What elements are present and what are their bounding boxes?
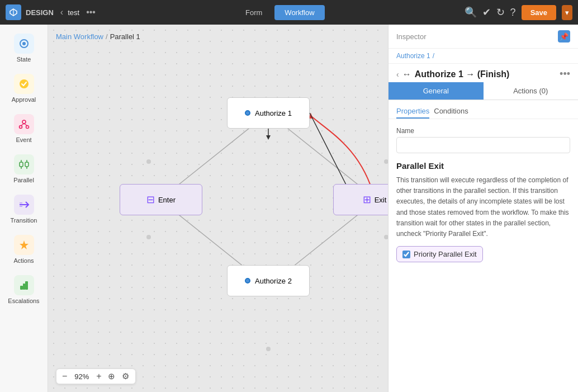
svg-rect-10 — [20, 162, 23, 167]
view-switcher: Form Workflow — [100, 5, 460, 20]
help-icon[interactable]: ? — [510, 7, 516, 18]
save-button[interactable]: Save — [522, 5, 556, 20]
parallel-icon-bg — [14, 154, 34, 174]
state-icon-bg — [14, 34, 34, 54]
transition-nav-icon: ↔ — [402, 69, 411, 79]
section-description: This transition will execute regardless … — [396, 175, 570, 239]
tab-general[interactable]: General — [389, 82, 484, 100]
zoom-value: 92% — [72, 372, 92, 381]
transition-label: Transition — [11, 217, 37, 224]
project-menu-icon[interactable]: ••• — [86, 7, 96, 17]
svg-line-8 — [21, 124, 24, 126]
nav-back-arrow[interactable]: ‹ — [396, 70, 399, 79]
enter-node-label: Enter — [158, 196, 176, 204]
svg-point-3 — [22, 42, 26, 45]
inspector-nav: ‹ ↔ Authorize 1 → (Finish) ••• — [389, 64, 578, 82]
auth2-dot — [245, 278, 250, 284]
sidebar-item-transition[interactable]: Transition — [2, 190, 46, 228]
svg-line-27 — [310, 113, 347, 187]
zoom-out-button[interactable]: − — [61, 371, 68, 381]
svg-point-33 — [146, 235, 151, 239]
zoom-bar: − 92% + ⊕ ⚙ — [56, 369, 136, 384]
approval-icon-bg — [14, 74, 34, 94]
workflow-canvas[interactable]: Main Workflow / Parallel 1 — [48, 25, 388, 392]
brand-label: DESIGN — [26, 8, 54, 17]
workflow-tab[interactable]: Workflow — [274, 5, 324, 20]
tab-actions[interactable]: Actions (0) — [484, 82, 579, 100]
auth1-label: Authorize 1 — [255, 109, 292, 117]
inspector-breadcrumb: Authorize 1 / — [389, 49, 578, 64]
exit-node-label: Exit — [375, 196, 387, 204]
search-icon[interactable]: 🔍 — [465, 6, 477, 18]
inspector-breadcrumb-link[interactable]: Authorize 1 — [396, 52, 430, 60]
escalations-icon-bg — [14, 275, 34, 295]
enter-node[interactable]: ⊟ Enter — [120, 184, 202, 215]
inspector-header: Inspector 📌 — [389, 25, 578, 49]
name-field-label: Name — [396, 127, 570, 135]
left-sidebar: State Approval Event Parallel — [0, 25, 48, 392]
sidebar-item-actions[interactable]: Actions — [2, 230, 46, 268]
svg-point-35 — [384, 159, 388, 164]
auth2-label: Authorize 2 — [255, 277, 292, 285]
inspector-menu-icon[interactable]: ••• — [560, 68, 570, 80]
breadcrumb-parent[interactable]: Main Workflow — [56, 32, 103, 41]
subtab-conditions[interactable]: Conditions — [434, 105, 468, 119]
inspector-subtabs: Properties Conditions — [389, 100, 578, 119]
event-label: Event — [16, 136, 31, 143]
sidebar-item-parallel[interactable]: Parallel — [2, 150, 46, 188]
zoom-settings-button[interactable]: ⚙ — [120, 371, 131, 381]
breadcrumb-separator: / — [106, 32, 108, 41]
name-field-input[interactable] — [396, 137, 570, 153]
save-dropdown-button[interactable]: ▾ — [562, 5, 572, 20]
sidebar-item-state[interactable]: State — [2, 29, 46, 67]
check-icon[interactable]: ✔ — [482, 6, 491, 18]
approval-label: Approval — [12, 96, 36, 103]
refresh-icon[interactable]: ↻ — [496, 6, 505, 18]
inspector-body: Name Parallel Exit This transition will … — [389, 119, 578, 392]
svg-point-36 — [384, 235, 388, 239]
auth1-dot — [245, 110, 250, 116]
svg-point-4 — [20, 79, 29, 88]
zoom-fit-button[interactable]: ⊕ — [106, 371, 117, 381]
exit-node[interactable]: ⊞ Exit — [333, 184, 388, 215]
svg-rect-11 — [25, 162, 29, 167]
canvas-breadcrumb: Main Workflow / Parallel 1 — [56, 32, 140, 41]
authorize1-node[interactable]: Authorize 1 — [227, 97, 310, 129]
transition-icon-bg — [14, 195, 34, 215]
inspector-breadcrumb-sep: / — [433, 52, 434, 60]
inspector-panel: Inspector 📌 Authorize 1 / ‹ ↔ Authorize … — [388, 25, 578, 392]
topbar-actions: 🔍 ✔ ↻ ? Save ▾ — [465, 5, 572, 20]
priority-parallel-exit-checkbox[interactable] — [402, 251, 410, 258]
form-tab[interactable]: Form — [235, 5, 272, 20]
inspector-pin-button[interactable]: 📌 — [558, 30, 570, 42]
zoom-in-button[interactable]: + — [95, 371, 102, 381]
main-layout: State Approval Event Parallel — [0, 25, 578, 392]
sidebar-item-approval[interactable]: Approval — [2, 69, 46, 107]
authorize2-node[interactable]: Authorize 2 — [227, 265, 310, 296]
svg-point-32 — [146, 159, 151, 164]
exit-node-icon: ⊞ — [363, 193, 371, 206]
inspector-title: Inspector — [396, 32, 426, 41]
subtab-properties[interactable]: Properties — [396, 105, 429, 119]
sidebar-item-escalations[interactable]: Escalations — [2, 271, 46, 309]
priority-parallel-exit-checkbox-row[interactable]: Priority Parallel Exit — [396, 246, 483, 262]
app-logo — [6, 4, 21, 20]
event-icon-bg — [14, 114, 34, 134]
inspector-tabs: General Actions (0) — [389, 82, 578, 100]
back-icon[interactable]: ‹ — [60, 7, 63, 17]
enter-node-icon: ⊟ — [146, 193, 155, 206]
actions-icon-bg — [14, 235, 34, 255]
inspector-heading: Authorize 1 → (Finish) — [415, 69, 556, 79]
svg-rect-21 — [23, 284, 25, 290]
topbar: DESIGN ‹ test ••• Form Workflow 🔍 ✔ ↻ ? … — [0, 0, 578, 25]
svg-rect-22 — [25, 281, 28, 290]
parallel-label: Parallel — [13, 177, 34, 183]
sidebar-item-event[interactable]: Event — [2, 110, 46, 148]
section-title: Parallel Exit — [396, 161, 570, 171]
state-label: State — [17, 56, 31, 63]
svg-point-6 — [19, 126, 22, 129]
svg-point-5 — [22, 120, 26, 124]
priority-parallel-exit-label: Priority Parallel Exit — [414, 250, 477, 258]
svg-marker-25 — [266, 135, 271, 140]
svg-rect-20 — [20, 286, 23, 290]
